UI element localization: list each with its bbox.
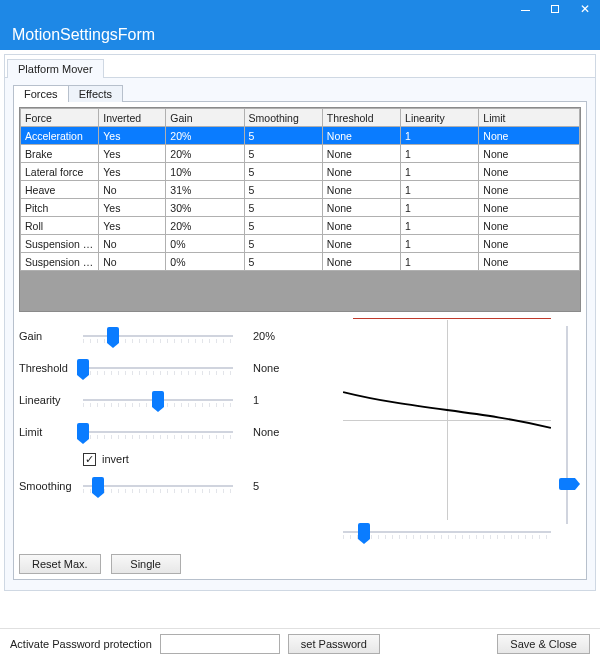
cell-threshold[interactable]: None <box>322 199 400 217</box>
limit-slider[interactable] <box>83 420 233 444</box>
col-force[interactable]: Force <box>21 109 99 127</box>
cell-smoothing[interactable]: 5 <box>244 127 322 145</box>
col-smoothing[interactable]: Smoothing <box>244 109 322 127</box>
table-row[interactable]: HeaveNo31%5None1None <box>21 181 580 199</box>
cell-inverted[interactable]: Yes <box>99 127 166 145</box>
maximize-button[interactable] <box>540 0 570 18</box>
minimize-button[interactable] <box>510 0 540 18</box>
cell-limit[interactable]: None <box>479 181 580 199</box>
cell-threshold[interactable]: None <box>322 235 400 253</box>
cell-inverted[interactable]: Yes <box>99 199 166 217</box>
cell-limit[interactable]: None <box>479 199 580 217</box>
cell-force[interactable]: Brake <box>21 145 99 163</box>
tab-platform-mover[interactable]: Platform Mover <box>7 59 104 78</box>
cell-linearity[interactable]: 1 <box>401 253 479 271</box>
cell-smoothing[interactable]: 5 <box>244 163 322 181</box>
reset-max-button[interactable]: Reset Max. <box>19 554 101 574</box>
cell-linearity[interactable]: 1 <box>401 217 479 235</box>
chart-vertical-slider[interactable] <box>557 326 577 524</box>
cell-threshold[interactable]: None <box>322 145 400 163</box>
cell-inverted[interactable]: No <box>99 253 166 271</box>
cell-gain[interactable]: 0% <box>166 253 244 271</box>
invert-checkbox[interactable] <box>83 453 96 466</box>
cell-limit[interactable]: None <box>479 127 580 145</box>
single-button[interactable]: Single <box>111 554 181 574</box>
cell-linearity[interactable]: 1 <box>401 235 479 253</box>
table-row[interactable]: PitchYes30%5None1None <box>21 199 580 217</box>
cell-threshold[interactable]: None <box>322 181 400 199</box>
chart-vertical-slider-thumb[interactable] <box>559 478 575 490</box>
close-button[interactable] <box>570 0 600 18</box>
cell-gain[interactable]: 31% <box>166 181 244 199</box>
cell-smoothing[interactable]: 5 <box>244 199 322 217</box>
cell-force[interactable]: Heave <box>21 181 99 199</box>
cell-gain[interactable]: 20% <box>166 217 244 235</box>
cell-gain[interactable]: 10% <box>166 163 244 181</box>
col-gain[interactable]: Gain <box>166 109 244 127</box>
cell-force[interactable]: Pitch <box>21 199 99 217</box>
set-password-button[interactable]: set Password <box>288 634 380 654</box>
cell-limit[interactable]: None <box>479 253 580 271</box>
tab-effects[interactable]: Effects <box>68 85 123 102</box>
password-input[interactable] <box>160 634 280 654</box>
table-row[interactable]: Lateral forceYes10%5None1None <box>21 163 580 181</box>
cell-gain[interactable]: 30% <box>166 199 244 217</box>
cell-limit[interactable]: None <box>479 163 580 181</box>
forces-grid[interactable]: Force Inverted Gain Smoothing Threshold … <box>19 107 581 312</box>
col-linearity[interactable]: Linearity <box>401 109 479 127</box>
cell-force[interactable]: Suspension left <box>21 235 99 253</box>
cell-smoothing[interactable]: 5 <box>244 217 322 235</box>
cell-linearity[interactable]: 1 <box>401 199 479 217</box>
table-row[interactable]: Suspension rightNo0%5None1None <box>21 253 580 271</box>
cell-threshold[interactable]: None <box>322 127 400 145</box>
table-row[interactable]: BrakeYes20%5None1None <box>21 145 580 163</box>
cell-inverted[interactable]: Yes <box>99 163 166 181</box>
cell-limit[interactable]: None <box>479 217 580 235</box>
cell-inverted[interactable]: Yes <box>99 145 166 163</box>
cell-smoothing[interactable]: 5 <box>244 181 322 199</box>
chart-horizontal-slider[interactable] <box>343 520 551 544</box>
smoothing-slider[interactable] <box>83 474 233 498</box>
smoothing-slider-thumb[interactable] <box>92 477 104 493</box>
cell-force[interactable]: Acceleration <box>21 127 99 145</box>
gain-slider[interactable] <box>83 324 233 348</box>
threshold-slider-thumb[interactable] <box>77 359 89 375</box>
cell-force[interactable]: Lateral force <box>21 163 99 181</box>
cell-linearity[interactable]: 1 <box>401 145 479 163</box>
cell-force[interactable]: Suspension right <box>21 253 99 271</box>
cell-threshold[interactable]: None <box>322 163 400 181</box>
col-inverted[interactable]: Inverted <box>99 109 166 127</box>
cell-linearity[interactable]: 1 <box>401 181 479 199</box>
cell-gain[interactable]: 0% <box>166 235 244 253</box>
table-row[interactable]: RollYes20%5None1None <box>21 217 580 235</box>
table-row[interactable]: Suspension leftNo0%5None1None <box>21 235 580 253</box>
cell-inverted[interactable]: No <box>99 181 166 199</box>
cell-smoothing[interactable]: 5 <box>244 235 322 253</box>
cell-linearity[interactable]: 1 <box>401 127 479 145</box>
threshold-value: None <box>233 362 283 374</box>
cell-threshold[interactable]: None <box>322 253 400 271</box>
gain-slider-thumb[interactable] <box>107 327 119 343</box>
cell-smoothing[interactable]: 5 <box>244 145 322 163</box>
linearity-slider[interactable] <box>83 388 233 412</box>
threshold-slider[interactable] <box>83 356 233 380</box>
linearity-slider-thumb[interactable] <box>152 391 164 407</box>
cell-gain[interactable]: 20% <box>166 127 244 145</box>
cell-smoothing[interactable]: 5 <box>244 253 322 271</box>
col-threshold[interactable]: Threshold <box>322 109 400 127</box>
cell-inverted[interactable]: Yes <box>99 217 166 235</box>
save-close-button[interactable]: Save & Close <box>497 634 590 654</box>
cell-limit[interactable]: None <box>479 235 580 253</box>
cell-linearity[interactable]: 1 <box>401 163 479 181</box>
cell-force[interactable]: Roll <box>21 217 99 235</box>
maximize-icon <box>551 5 559 13</box>
cell-threshold[interactable]: None <box>322 217 400 235</box>
cell-gain[interactable]: 20% <box>166 145 244 163</box>
cell-inverted[interactable]: No <box>99 235 166 253</box>
table-row[interactable]: AccelerationYes20%5None1None <box>21 127 580 145</box>
chart-horizontal-slider-thumb[interactable] <box>358 523 370 539</box>
tab-forces[interactable]: Forces <box>13 85 69 102</box>
col-limit[interactable]: Limit <box>479 109 580 127</box>
cell-limit[interactable]: None <box>479 145 580 163</box>
limit-slider-thumb[interactable] <box>77 423 89 439</box>
